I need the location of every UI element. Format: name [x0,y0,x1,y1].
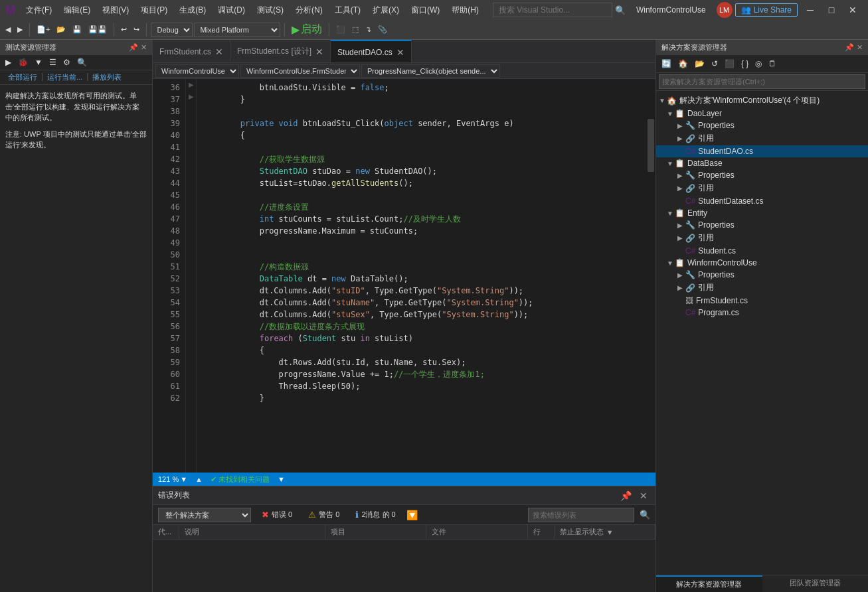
tree-student-cs[interactable]: C# Student.cs [656,245,868,257]
solution-search-input[interactable] [659,74,865,89]
tab-close-icon[interactable]: ✕ [396,47,404,58]
code-editor[interactable]: 3637383940414243444546474849505152535455… [153,79,655,473]
menu-project[interactable]: 项目(P) [135,3,173,17]
maximize-button[interactable]: □ [822,0,841,20]
messages-badge[interactable]: ℹ 2消息 的 0 [350,508,400,521]
code-lines[interactable]: btnLoadStu.Visible = false; } private vo… [197,79,646,473]
tree-entity[interactable]: 📋 Entity [656,207,868,219]
tree-program-cs[interactable]: C# Program.cs [656,307,868,319]
menu-help[interactable]: 帮助(H) [446,3,484,17]
scope-filter-combo[interactable]: 整个解决方案 [158,508,251,522]
minimize-button[interactable]: ─ [800,0,820,20]
solution-explorer-tab[interactable]: 解决方案资源管理器 [656,575,762,592]
menu-debug[interactable]: 调试(D) [213,3,250,17]
col-line[interactable]: 行 [528,525,555,539]
step-over-button[interactable]: ⬚ [349,24,361,35]
menu-window[interactable]: 窗口(W) [406,3,445,17]
method-combo[interactable]: ProgressName_Click(object sende... [361,64,500,78]
undo-button[interactable]: ↩ [118,24,130,35]
solution-root[interactable]: 🏠 解决方案'WinformControlUse'(4 个项目) [656,94,868,108]
tree-frmstudent-cs[interactable]: 🖼 FrmStudent.cs [656,295,868,307]
namespace-combo[interactable]: WinformControlUse [155,64,239,78]
group-icon[interactable]: ☰ [46,56,59,68]
col-suppress[interactable]: 禁止显示状态 ▼ [555,525,655,539]
col-code[interactable]: 代... [153,525,179,539]
error-search-icon[interactable]: 🔍 [640,510,650,520]
menu-tools[interactable]: 工具(T) [329,3,366,17]
tree-database-properties[interactable]: 🔧 Properties [656,169,868,181]
collapse-all-btn[interactable]: ⬛ [722,58,737,70]
tree-daolayer[interactable]: 📋 DaoLayer [656,108,868,119]
nav-forward-button[interactable]: ▶ [15,24,25,35]
menu-analyze[interactable]: 分析(N) [290,3,328,17]
menu-build[interactable]: 生成(B) [174,3,211,17]
menu-file[interactable]: 文件(F) [21,3,57,17]
live-share-button[interactable]: 👥 Live Share [735,3,798,17]
tab-close-icon[interactable]: ✕ [315,46,323,57]
tree-winform-properties[interactable]: 🔧 Properties [656,269,868,281]
rs-pin-button[interactable]: 📌 [845,43,854,52]
filter-toggle-icon[interactable]: 🔽 [406,510,418,520]
debug-tests-icon[interactable]: 🐞 [15,56,31,68]
new-solution-explorer-btn[interactable]: 🗒 [766,58,779,70]
close-panel-button[interactable]: ✕ [141,43,147,52]
breakpoint-button[interactable]: ⬛ [333,24,348,35]
col-file[interactable]: 文件 [426,525,527,539]
new-project-button[interactable]: 📄+ [34,24,52,35]
pin-button[interactable]: 📌 [129,43,138,52]
menu-view[interactable]: 视图(V) [97,3,134,17]
open-button[interactable]: 📂 [54,24,68,35]
playlist-link[interactable]: 播放列表 [90,72,124,83]
run-current-link[interactable]: 运行当前... [44,72,85,83]
run-all-link[interactable]: 全部运行 [5,72,40,83]
tree-database-ref[interactable]: 🔗 引用 [656,181,868,195]
col-suppress-filter-icon[interactable]: ▼ [606,528,614,536]
debug-config-combo[interactable]: Debug [151,23,193,37]
start-button[interactable]: ▶ 启动 [289,21,325,38]
col-desc[interactable]: 说明 [179,525,325,539]
team-explorer-tab[interactable]: 团队资源管理器 [762,575,869,592]
tab-studentdao-cs[interactable]: StudentDAO.cs ✕ [331,40,412,63]
save-all-button[interactable]: 💾💾 [86,24,110,35]
issues-dropdown[interactable]: ▼ [278,475,285,483]
tree-entity-ref[interactable]: 🔗 引用 [656,231,868,245]
settings-icon[interactable]: ⚙ [60,56,73,68]
view-code-btn[interactable]: { } [738,58,751,70]
menu-edit[interactable]: 编辑(E) [58,3,96,17]
show-files-btn[interactable]: 📂 [692,58,707,70]
editor-scrollbar[interactable] [646,79,655,473]
properties-btn[interactable]: 🏠 [675,58,691,70]
menu-extensions[interactable]: 扩展(X) [367,3,404,17]
col-project[interactable]: 项目 [325,525,426,539]
warnings-badge[interactable]: ⚠ 警告 0 [303,508,345,521]
tree-daolayer-properties[interactable]: 🔧 Properties [656,119,868,131]
run-all-icon[interactable]: ▶ [3,56,14,68]
menu-test[interactable]: 测试(S) [252,3,289,17]
nav-back-button[interactable]: ◀ [3,24,13,35]
platform-combo[interactable]: Mixed Platform [194,23,280,37]
error-search-input[interactable] [528,508,634,522]
search-test-icon[interactable]: 🔍 [74,56,90,68]
tree-winform[interactable]: 📋 WinformControlUse [656,257,868,269]
user-avatar[interactable]: LM [717,2,733,18]
scroll-thumb[interactable] [648,119,654,172]
filter-icon[interactable]: ▼ [32,56,45,68]
class-combo[interactable]: WinformControlUse.FrmStudent [240,64,360,78]
tree-entity-properties[interactable]: 🔧 Properties [656,219,868,231]
zoom-level[interactable]: 121 % ▼ [158,475,187,483]
attach-button[interactable]: 📎 [375,24,390,35]
panel-pin-button[interactable]: 📌 [618,489,634,502]
sync-btn[interactable]: 🔄 [659,58,674,70]
errors-badge[interactable]: ✖ 错误 0 [256,508,298,521]
rs-close-button[interactable]: ✕ [857,43,863,52]
tab-frmstudent-cs[interactable]: FrmStudent.cs ✕ [153,40,230,63]
tree-studentdao-cs[interactable]: C# StudentDAO.cs [656,145,868,157]
vs-search[interactable] [493,3,612,17]
tab-frmstudent-design[interactable]: FrmStudent.cs [设计] ✕ [230,40,331,63]
step-in-button[interactable]: ↴ [363,24,374,35]
panel-close-button[interactable]: ✕ [637,489,650,502]
close-button[interactable]: ✕ [843,0,863,20]
tree-winform-ref[interactable]: 🔗 引用 [656,281,868,295]
scope-btn[interactable]: ◎ [752,58,764,70]
refresh-btn[interactable]: ↺ [709,58,721,70]
